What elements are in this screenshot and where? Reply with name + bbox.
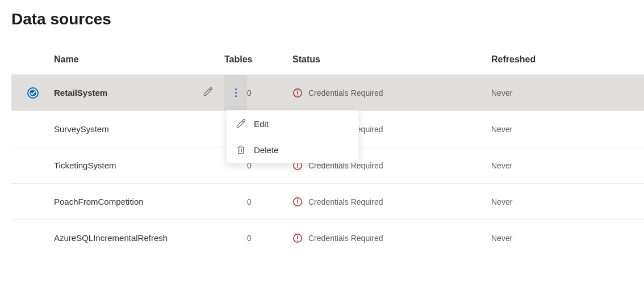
row-tables: 0 — [247, 88, 292, 98]
row-refreshed: Never — [491, 197, 644, 206]
page-title: Data sources — [0, 0, 644, 44]
row-name: TicketingSystem — [54, 160, 116, 170]
checkmark-icon — [27, 87, 39, 99]
row-status: Credentials Required — [308, 197, 383, 206]
row-name: RetailSystem — [54, 88, 107, 98]
menu-edit-label: Edit — [254, 119, 269, 129]
row-name: AzureSQLIncrementalRefresh — [54, 233, 168, 243]
row-status: Credentials Required — [308, 234, 383, 243]
row-tables: 0 — [247, 234, 292, 243]
svg-point-8 — [297, 167, 298, 168]
row-actions-menu: Edit Delete — [226, 110, 359, 163]
row-refreshed: Never — [491, 88, 644, 98]
menu-delete[interactable]: Delete — [227, 137, 358, 163]
svg-point-2 — [297, 94, 298, 95]
svg-point-14 — [297, 239, 298, 240]
table-row[interactable]: PoachFromCompetition 0 Credentials Requi… — [11, 184, 644, 220]
row-refreshed: Never — [491, 161, 644, 170]
row-refreshed: Never — [491, 234, 644, 243]
row-name: SurveySystem — [54, 124, 109, 134]
data-sources-table: Name Tables Status Refreshed RetailSyste… — [0, 44, 644, 256]
trash-icon — [236, 145, 246, 155]
column-header-name[interactable]: Name — [54, 54, 224, 65]
warning-icon — [292, 88, 303, 98]
menu-delete-label: Delete — [254, 145, 278, 155]
row-status: Credentials Required — [308, 88, 383, 98]
edit-icon[interactable] — [203, 87, 213, 99]
table-header: Name Tables Status Refreshed — [11, 44, 644, 75]
row-tables: 0 — [247, 197, 292, 206]
column-header-status[interactable]: Status — [292, 54, 491, 65]
column-header-refreshed[interactable]: Refreshed — [491, 54, 644, 65]
table-row[interactable]: RetailSystem 0 Credentials Required Neve… — [11, 75, 644, 111]
more-vertical-icon — [235, 88, 237, 97]
menu-edit[interactable]: Edit — [227, 111, 358, 137]
svg-point-11 — [297, 203, 298, 204]
row-refreshed: Never — [491, 125, 644, 134]
row-selection[interactable] — [11, 87, 54, 99]
table-row[interactable]: AzureSQLIncrementalRefresh 0 Credentials… — [11, 220, 644, 256]
row-name: PoachFromCompetition — [54, 197, 144, 206]
column-header-tables[interactable]: Tables — [224, 54, 292, 65]
warning-icon — [292, 197, 303, 207]
pencil-icon — [236, 119, 246, 129]
warning-icon — [292, 233, 303, 243]
more-actions-button[interactable] — [224, 75, 247, 111]
